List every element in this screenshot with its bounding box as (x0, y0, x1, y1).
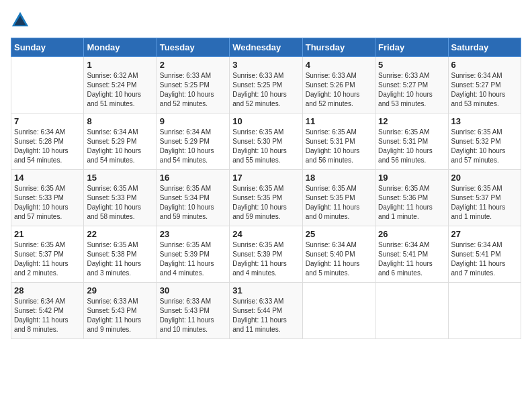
calendar-week-1: 1Sunrise: 6:32 AM Sunset: 5:24 PM Daylig… (11, 57, 521, 113)
calendar-cell: 4Sunrise: 6:33 AM Sunset: 5:26 PM Daylig… (302, 57, 375, 113)
day-info: Sunrise: 6:34 AM Sunset: 5:40 PM Dayligh… (306, 240, 372, 278)
day-info: Sunrise: 6:32 AM Sunset: 5:24 PM Dayligh… (87, 71, 153, 109)
day-info: Sunrise: 6:33 AM Sunset: 5:44 PM Dayligh… (232, 297, 299, 334)
calendar-cell: 8Sunrise: 6:34 AM Sunset: 5:29 PM Daylig… (84, 113, 157, 170)
day-number: 26 (378, 229, 445, 239)
calendar-cell: 25Sunrise: 6:34 AM Sunset: 5:40 PM Dayli… (302, 226, 375, 283)
day-info: Sunrise: 6:35 AM Sunset: 5:38 PM Dayligh… (87, 240, 153, 278)
calendar-cell: 23Sunrise: 6:35 AM Sunset: 5:39 PM Dayli… (157, 226, 229, 283)
day-info: Sunrise: 6:35 AM Sunset: 5:34 PM Dayligh… (160, 184, 226, 222)
calendar-cell: 14Sunrise: 6:35 AM Sunset: 5:33 PM Dayli… (11, 170, 84, 226)
day-number: 15 (87, 173, 153, 183)
day-info: Sunrise: 6:33 AM Sunset: 5:25 PM Dayligh… (160, 71, 226, 109)
day-number: 2 (160, 60, 226, 70)
calendar-cell (302, 283, 375, 339)
calendar-cell: 24Sunrise: 6:35 AM Sunset: 5:39 PM Dayli… (230, 226, 302, 283)
col-header-wednesday: Wednesday (230, 38, 302, 57)
col-header-thursday: Thursday (302, 38, 375, 57)
calendar-week-5: 28Sunrise: 6:34 AM Sunset: 5:42 PM Dayli… (11, 283, 521, 339)
calendar-cell: 18Sunrise: 6:35 AM Sunset: 5:35 PM Dayli… (302, 170, 375, 226)
calendar-week-4: 21Sunrise: 6:35 AM Sunset: 5:37 PM Dayli… (11, 226, 521, 283)
day-info: Sunrise: 6:34 AM Sunset: 5:29 PM Dayligh… (160, 128, 226, 165)
day-number: 29 (87, 285, 153, 295)
day-info: Sunrise: 6:34 AM Sunset: 5:42 PM Dayligh… (14, 297, 81, 334)
calendar-cell: 19Sunrise: 6:35 AM Sunset: 5:36 PM Dayli… (375, 170, 448, 226)
day-info: Sunrise: 6:35 AM Sunset: 5:31 PM Dayligh… (306, 128, 372, 165)
day-number: 6 (451, 60, 518, 70)
day-info: Sunrise: 6:35 AM Sunset: 5:39 PM Dayligh… (232, 240, 299, 278)
calendar-cell: 22Sunrise: 6:35 AM Sunset: 5:38 PM Dayli… (84, 226, 157, 283)
calendar-cell: 29Sunrise: 6:33 AM Sunset: 5:43 PM Dayli… (84, 283, 157, 339)
calendar-cell (11, 57, 84, 113)
calendar-cell: 31Sunrise: 6:33 AM Sunset: 5:44 PM Dayli… (230, 283, 302, 339)
logo (11, 11, 32, 30)
day-info: Sunrise: 6:35 AM Sunset: 5:32 PM Dayligh… (451, 128, 518, 165)
day-info: Sunrise: 6:33 AM Sunset: 5:27 PM Dayligh… (378, 71, 445, 109)
day-number: 8 (87, 116, 153, 126)
calendar-table: SundayMondayTuesdayWednesdayThursdayFrid… (11, 38, 521, 339)
day-info: Sunrise: 6:35 AM Sunset: 5:31 PM Dayligh… (378, 128, 445, 165)
calendar-week-2: 7Sunrise: 6:34 AM Sunset: 5:28 PM Daylig… (11, 113, 521, 170)
calendar-header-row: SundayMondayTuesdayWednesdayThursdayFrid… (11, 38, 521, 57)
calendar-cell (448, 283, 521, 339)
day-info: Sunrise: 6:34 AM Sunset: 5:29 PM Dayligh… (87, 128, 153, 165)
day-number: 11 (306, 116, 372, 126)
day-number: 10 (232, 116, 299, 126)
calendar-cell: 13Sunrise: 6:35 AM Sunset: 5:32 PM Dayli… (448, 113, 521, 170)
calendar-cell: 26Sunrise: 6:34 AM Sunset: 5:41 PM Dayli… (375, 226, 448, 283)
col-header-saturday: Saturday (448, 38, 521, 57)
day-number: 4 (306, 60, 372, 70)
logo-icon (11, 11, 30, 30)
page-header (11, 11, 521, 30)
day-info: Sunrise: 6:33 AM Sunset: 5:25 PM Dayligh… (232, 71, 299, 109)
day-number: 7 (14, 116, 81, 126)
calendar-cell: 2Sunrise: 6:33 AM Sunset: 5:25 PM Daylig… (157, 57, 229, 113)
calendar-cell: 30Sunrise: 6:33 AM Sunset: 5:43 PM Dayli… (157, 283, 229, 339)
calendar-cell: 16Sunrise: 6:35 AM Sunset: 5:34 PM Dayli… (157, 170, 229, 226)
day-info: Sunrise: 6:35 AM Sunset: 5:36 PM Dayligh… (378, 184, 445, 222)
day-number: 19 (378, 173, 445, 183)
calendar-cell (375, 283, 448, 339)
day-number: 31 (232, 285, 299, 295)
day-number: 3 (232, 60, 299, 70)
day-number: 13 (451, 116, 518, 126)
day-info: Sunrise: 6:34 AM Sunset: 5:28 PM Dayligh… (14, 128, 81, 165)
calendar-cell: 3Sunrise: 6:33 AM Sunset: 5:25 PM Daylig… (230, 57, 302, 113)
day-info: Sunrise: 6:33 AM Sunset: 5:26 PM Dayligh… (306, 71, 372, 109)
day-number: 16 (160, 173, 226, 183)
day-info: Sunrise: 6:35 AM Sunset: 5:30 PM Dayligh… (232, 128, 299, 165)
calendar-cell: 15Sunrise: 6:35 AM Sunset: 5:33 PM Dayli… (84, 170, 157, 226)
day-number: 30 (160, 285, 226, 295)
day-info: Sunrise: 6:33 AM Sunset: 5:43 PM Dayligh… (160, 297, 226, 334)
day-info: Sunrise: 6:34 AM Sunset: 5:41 PM Dayligh… (378, 240, 445, 278)
calendar-cell: 21Sunrise: 6:35 AM Sunset: 5:37 PM Dayli… (11, 226, 84, 283)
calendar-week-3: 14Sunrise: 6:35 AM Sunset: 5:33 PM Dayli… (11, 170, 521, 226)
day-number: 20 (451, 173, 518, 183)
calendar-cell: 5Sunrise: 6:33 AM Sunset: 5:27 PM Daylig… (375, 57, 448, 113)
day-info: Sunrise: 6:35 AM Sunset: 5:35 PM Dayligh… (306, 184, 372, 222)
calendar-cell: 7Sunrise: 6:34 AM Sunset: 5:28 PM Daylig… (11, 113, 84, 170)
day-info: Sunrise: 6:34 AM Sunset: 5:27 PM Dayligh… (451, 71, 518, 109)
calendar-cell: 11Sunrise: 6:35 AM Sunset: 5:31 PM Dayli… (302, 113, 375, 170)
day-info: Sunrise: 6:35 AM Sunset: 5:39 PM Dayligh… (160, 240, 226, 278)
day-info: Sunrise: 6:33 AM Sunset: 5:43 PM Dayligh… (87, 297, 153, 334)
day-info: Sunrise: 6:35 AM Sunset: 5:37 PM Dayligh… (14, 240, 81, 278)
calendar-cell: 1Sunrise: 6:32 AM Sunset: 5:24 PM Daylig… (84, 57, 157, 113)
col-header-monday: Monday (84, 38, 157, 57)
day-info: Sunrise: 6:35 AM Sunset: 5:37 PM Dayligh… (451, 184, 518, 222)
calendar-cell: 9Sunrise: 6:34 AM Sunset: 5:29 PM Daylig… (157, 113, 229, 170)
col-header-sunday: Sunday (11, 38, 84, 57)
calendar-cell: 12Sunrise: 6:35 AM Sunset: 5:31 PM Dayli… (375, 113, 448, 170)
day-info: Sunrise: 6:35 AM Sunset: 5:33 PM Dayligh… (87, 184, 153, 222)
day-number: 9 (160, 116, 226, 126)
day-info: Sunrise: 6:34 AM Sunset: 5:41 PM Dayligh… (451, 240, 518, 278)
day-info: Sunrise: 6:35 AM Sunset: 5:33 PM Dayligh… (14, 184, 81, 222)
day-number: 5 (378, 60, 445, 70)
col-header-tuesday: Tuesday (157, 38, 229, 57)
day-number: 17 (232, 173, 299, 183)
calendar-cell: 6Sunrise: 6:34 AM Sunset: 5:27 PM Daylig… (448, 57, 521, 113)
calendar-cell: 20Sunrise: 6:35 AM Sunset: 5:37 PM Dayli… (448, 170, 521, 226)
day-number: 25 (306, 229, 372, 239)
calendar-cell: 27Sunrise: 6:34 AM Sunset: 5:41 PM Dayli… (448, 226, 521, 283)
day-number: 21 (14, 229, 81, 239)
